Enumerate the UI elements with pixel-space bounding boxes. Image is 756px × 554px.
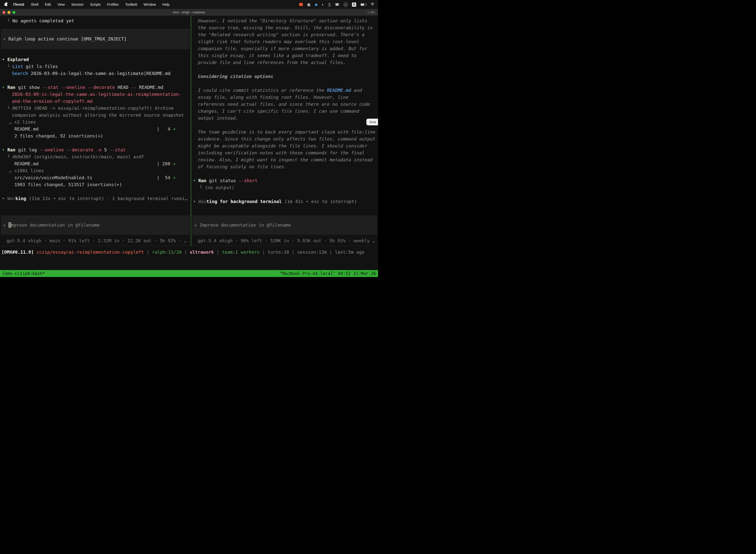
waiting-status-line: • Waiting for background terminal (1m 41… bbox=[191, 198, 378, 205]
minimize-button[interactable] bbox=[7, 11, 10, 14]
ran-verb: Ran bbox=[7, 147, 18, 152]
model-status-line: gpt-5.4 xhigh · main · 91% left · 2.31M … bbox=[0, 235, 191, 246]
reasoning-line: changes, I can't cite specific file line… bbox=[191, 108, 378, 115]
output-text: 067f154 (HEAD -> essay/ai-reimplementati… bbox=[12, 106, 174, 111]
zoom-button[interactable] bbox=[12, 11, 15, 14]
close-button[interactable] bbox=[2, 11, 5, 14]
right-pane[interactable]: However, I noticed the "Directory Struct… bbox=[191, 16, 378, 246]
menu-item-scripts[interactable]: Scripts bbox=[90, 2, 101, 6]
omx-status-bar: [OMX#0.11.9] cczip/essay/ai-reimplementa… bbox=[0, 246, 378, 258]
cmd-arg-wrapped: 2026-03-09-is-legal-the-same-as-legitima… bbox=[12, 92, 181, 97]
cmd-wrap-line: and-the-erosion-of-copyleft.md bbox=[0, 98, 191, 105]
separator: | bbox=[259, 250, 268, 255]
menu-item-view[interactable]: View bbox=[57, 2, 65, 6]
phone-icon[interactable]: ☎ bbox=[335, 3, 339, 6]
more-lines-indicator: … +2 lines bbox=[0, 119, 191, 126]
menu-item-help[interactable]: Help bbox=[163, 2, 170, 6]
window-title-bar[interactable]: omx --xhigh --madmax ⌥⌘1 bbox=[0, 9, 378, 16]
pane-spacer bbox=[191, 205, 378, 215]
search-args: 2026-03-09-is-legal-the-same-as-legitima… bbox=[28, 71, 170, 76]
cmd-arg: 5 bbox=[104, 147, 110, 152]
model-status-line: gpt-5.4 xhigh · 96% left · 520K in · 5.8… bbox=[191, 235, 378, 246]
menu-item-edit[interactable]: Edit bbox=[45, 2, 51, 6]
diffstat-file: README.md | 4 bbox=[14, 126, 173, 131]
wifi-icon[interactable] bbox=[370, 3, 375, 6]
prompt-glyph: › bbox=[3, 36, 8, 42]
cmd-text: git show bbox=[18, 85, 43, 90]
reasoning-heading: Considering citation options bbox=[191, 73, 378, 80]
prompt-input[interactable]: › Improve documentation in @filename bbox=[192, 215, 377, 235]
cmd-arg-wrapped: and-the-erosion-of-copyleft.md bbox=[12, 99, 92, 104]
cmd-output-line: └ 067f154 (HEAD -> essay/ai-reimplementa… bbox=[0, 105, 191, 112]
diffstat-summary-text: 2 files changed, 92 insertions(+) bbox=[14, 133, 103, 138]
reasoning-line: slight risk that future readers may over… bbox=[191, 38, 378, 45]
working-detail: (11m 13s • esc to interrupt) · 1 backgro… bbox=[26, 196, 188, 201]
tree-glyph: └ bbox=[7, 106, 12, 111]
output-text: companion analysis without altering the … bbox=[12, 112, 184, 118]
menu-status-icons: ▦ ◉ ◐ ⣿ ☎ 61 A bbox=[299, 2, 375, 7]
menu-item-shell[interactable]: Shell bbox=[31, 2, 39, 6]
separator: | bbox=[214, 250, 222, 255]
reasoning-line: evidence. Since this change only affects… bbox=[191, 135, 378, 143]
ultrawork-badge: ultrawork bbox=[190, 250, 214, 255]
tmux-host-clock: "MacBook-Pro-44.local" 04:52 31-Mar-26 bbox=[279, 271, 376, 276]
agents-status-line: └ No agents completed yet bbox=[0, 17, 191, 24]
search-verb: Search bbox=[12, 71, 28, 76]
ralph-loop-text: Ralph loop active continue [OMX_TMUX_INJ… bbox=[8, 36, 127, 42]
diffstat-summary: 2 files changed, 92 insertions(+) bbox=[0, 132, 191, 140]
menu-items: iTerm2ShellEditViewSessionScriptsProfile… bbox=[13, 2, 170, 6]
input-source-icon[interactable]: A bbox=[352, 2, 356, 7]
cmd-flags: -- bbox=[131, 85, 139, 90]
tree-glyph: └ bbox=[7, 64, 12, 69]
tmux-status-bar: [omx-cczip0:bash*"MacBook-Pro-44.local" … bbox=[0, 270, 378, 277]
cmd-flags: --oneline --decorate bbox=[40, 147, 96, 152]
reasoning-line: However, I noticed the "Directory Struct… bbox=[191, 17, 378, 24]
reasoning-line: this single essay, it seems like a good … bbox=[191, 52, 378, 59]
screen-recording-icon[interactable] bbox=[299, 3, 303, 6]
macos-menu-bar: iTerm2ShellEditViewSessionScriptsProfile… bbox=[0, 0, 378, 9]
menu-item-session[interactable]: Session bbox=[71, 2, 83, 6]
dots-grid-icon[interactable]: ⣿ bbox=[328, 3, 331, 6]
tree-glyph: └ bbox=[7, 18, 12, 23]
readme-link[interactable]: README.md bbox=[327, 88, 351, 93]
cmd-text: git log bbox=[18, 147, 40, 152]
menu-item-toolbelt[interactable]: Toolbelt bbox=[125, 2, 137, 6]
cmd-output-line: └ (no output) bbox=[191, 184, 378, 191]
ralph-counter: ralph:11/20 bbox=[152, 250, 182, 255]
bullet-glyph: • bbox=[2, 57, 7, 62]
battery-icon[interactable] bbox=[360, 3, 366, 6]
menu-item-profiles[interactable]: Profiles bbox=[107, 2, 119, 6]
tmux-panes: └ No agents completed yet › Ralph loop a… bbox=[0, 16, 378, 246]
left-pane[interactable]: └ No agents completed yet › Ralph loop a… bbox=[0, 16, 191, 246]
apple-menu-icon[interactable] bbox=[4, 3, 8, 6]
list-args: git ls-files bbox=[23, 64, 58, 69]
reasoning-line: including verification notes with those … bbox=[191, 150, 378, 156]
working-shimmer-bright: king bbox=[15, 196, 26, 201]
reasoning-line: references need actual files, and since … bbox=[191, 101, 378, 108]
screenshot-chip[interactable]: Scre bbox=[366, 119, 378, 125]
separator: | bbox=[182, 250, 190, 255]
omx-version: [OMX#0.11.9] bbox=[1, 250, 37, 255]
reasoning-text: I could cite commit statistics or refere… bbox=[198, 88, 327, 93]
reasoning-line: of focusing solely on file lines. bbox=[191, 163, 378, 170]
bottom-gap bbox=[0, 258, 378, 270]
prompt-input[interactable]: › Improve documentation in @filename bbox=[1, 215, 190, 235]
half-circle-icon[interactable]: ◐ bbox=[322, 3, 324, 6]
gauge-icon[interactable]: 61 bbox=[343, 2, 348, 7]
cmd-flags: --short bbox=[239, 178, 257, 183]
reasoning-text: and bbox=[351, 88, 362, 93]
grid-icon[interactable]: ▦ bbox=[307, 3, 310, 6]
pinwheel-icon[interactable]: ◉ bbox=[315, 3, 318, 6]
waiting-shimmer-dim: Wai bbox=[198, 199, 207, 204]
cmd-output-line: companion analysis without altering the … bbox=[0, 112, 191, 119]
reasoning-line: The team guideline is to back every impo… bbox=[191, 128, 378, 135]
diffstat-line: src/voice/voiceModeEnabled.ts | 54 + bbox=[0, 174, 191, 181]
team-workers-badge: team:1 workers bbox=[222, 250, 260, 255]
reasoning-line: output instead. bbox=[191, 115, 378, 122]
menu-app-name[interactable]: iTerm2 bbox=[13, 2, 24, 6]
more-lines-indicator: … +1901 lines bbox=[0, 167, 191, 174]
bullet-glyph: • bbox=[193, 178, 198, 183]
more-lines-text: … +2 lines bbox=[9, 119, 36, 125]
menu-item-window[interactable]: Window bbox=[144, 2, 156, 6]
diffstat-summary: 1903 files changed, 513517 insertions(+) bbox=[0, 181, 191, 188]
